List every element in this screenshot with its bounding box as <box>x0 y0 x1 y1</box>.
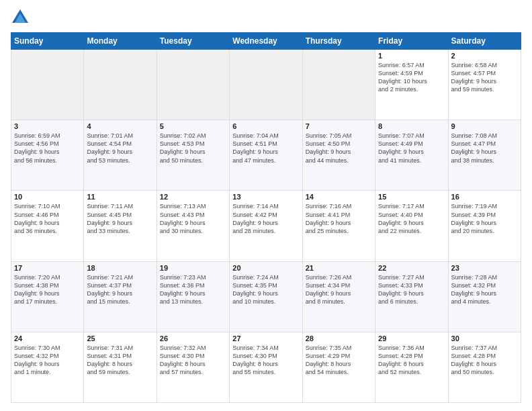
calendar-table: SundayMondayTuesdayWednesdayThursdayFrid… <box>11 32 521 403</box>
day-info: Sunrise: 7:13 AM Sunset: 4:43 PM Dayligh… <box>160 202 226 235</box>
calendar-cell: 20Sunrise: 7:24 AM Sunset: 4:35 PM Dayli… <box>230 261 302 332</box>
calendar-header-row: SundayMondayTuesdayWednesdayThursdayFrid… <box>11 33 521 50</box>
day-number: 22 <box>378 264 445 272</box>
day-info: Sunrise: 6:57 AM Sunset: 4:59 PM Dayligh… <box>378 61 445 94</box>
day-number: 20 <box>232 264 299 272</box>
day-info: Sunrise: 7:24 AM Sunset: 4:35 PM Dayligh… <box>232 273 299 306</box>
day-number: 28 <box>306 334 372 342</box>
calendar-cell: 13Sunrise: 7:14 AM Sunset: 4:42 PM Dayli… <box>230 191 302 261</box>
calendar-cell: 22Sunrise: 7:27 AM Sunset: 4:33 PM Dayli… <box>375 261 448 332</box>
calendar-cell: 29Sunrise: 7:36 AM Sunset: 4:28 PM Dayli… <box>375 332 448 402</box>
day-info: Sunrise: 7:19 AM Sunset: 4:39 PM Dayligh… <box>451 202 518 235</box>
day-number: 5 <box>160 122 226 130</box>
day-number: 9 <box>451 122 518 130</box>
day-info: Sunrise: 7:27 AM Sunset: 4:33 PM Dayligh… <box>378 273 445 306</box>
calendar-cell: 8Sunrise: 7:07 AM Sunset: 4:49 PM Daylig… <box>375 120 448 191</box>
day-info: Sunrise: 6:58 AM Sunset: 4:57 PM Dayligh… <box>451 61 518 94</box>
calendar-cell <box>230 50 302 120</box>
day-info: Sunrise: 7:37 AM Sunset: 4:28 PM Dayligh… <box>451 344 518 377</box>
calendar-week-3: 10Sunrise: 7:10 AM Sunset: 4:46 PM Dayli… <box>11 191 521 261</box>
day-info: Sunrise: 7:04 AM Sunset: 4:51 PM Dayligh… <box>232 132 299 165</box>
day-number: 21 <box>306 264 372 272</box>
page: SundayMondayTuesdayWednesdayThursdayFrid… <box>0 0 532 411</box>
calendar-header-monday: Monday <box>84 33 157 50</box>
calendar-cell: 14Sunrise: 7:16 AM Sunset: 4:41 PM Dayli… <box>302 191 375 261</box>
calendar-cell: 12Sunrise: 7:13 AM Sunset: 4:43 PM Dayli… <box>157 191 229 261</box>
calendar-cell: 10Sunrise: 7:10 AM Sunset: 4:46 PM Dayli… <box>11 191 84 261</box>
calendar-cell: 11Sunrise: 7:11 AM Sunset: 4:45 PM Dayli… <box>84 191 157 261</box>
day-number: 2 <box>451 52 518 60</box>
calendar-cell: 5Sunrise: 7:02 AM Sunset: 4:53 PM Daylig… <box>157 120 229 191</box>
day-number: 19 <box>160 264 226 272</box>
day-number: 18 <box>87 264 153 272</box>
calendar-week-1: 1Sunrise: 6:57 AM Sunset: 4:59 PM Daylig… <box>11 50 521 120</box>
day-number: 16 <box>451 193 518 201</box>
calendar-cell: 6Sunrise: 7:04 AM Sunset: 4:51 PM Daylig… <box>230 120 302 191</box>
calendar-cell: 18Sunrise: 7:21 AM Sunset: 4:37 PM Dayli… <box>84 261 157 332</box>
day-info: Sunrise: 7:28 AM Sunset: 4:32 PM Dayligh… <box>451 273 518 306</box>
day-info: Sunrise: 7:36 AM Sunset: 4:28 PM Dayligh… <box>378 344 445 377</box>
calendar-cell: 28Sunrise: 7:35 AM Sunset: 4:29 PM Dayli… <box>302 332 375 402</box>
day-info: Sunrise: 7:35 AM Sunset: 4:29 PM Dayligh… <box>306 344 372 377</box>
day-info: Sunrise: 7:16 AM Sunset: 4:41 PM Dayligh… <box>306 202 372 235</box>
logo-icon <box>11 8 30 27</box>
day-number: 1 <box>378 52 445 60</box>
day-number: 6 <box>232 122 299 130</box>
day-number: 30 <box>451 334 518 342</box>
calendar-header-wednesday: Wednesday <box>230 33 302 50</box>
day-number: 8 <box>378 122 445 130</box>
day-number: 13 <box>232 193 299 201</box>
logo <box>11 8 32 27</box>
day-info: Sunrise: 7:32 AM Sunset: 4:30 PM Dayligh… <box>160 344 226 377</box>
day-number: 26 <box>160 334 226 342</box>
calendar-cell: 4Sunrise: 7:01 AM Sunset: 4:54 PM Daylig… <box>84 120 157 191</box>
day-number: 29 <box>378 334 445 342</box>
day-info: Sunrise: 7:21 AM Sunset: 4:37 PM Dayligh… <box>87 273 153 306</box>
calendar-header-friday: Friday <box>375 33 448 50</box>
day-number: 12 <box>160 193 226 201</box>
calendar-cell: 21Sunrise: 7:26 AM Sunset: 4:34 PM Dayli… <box>302 261 375 332</box>
day-info: Sunrise: 7:02 AM Sunset: 4:53 PM Dayligh… <box>160 132 226 165</box>
calendar-week-5: 24Sunrise: 7:30 AM Sunset: 4:32 PM Dayli… <box>11 332 521 402</box>
calendar-cell: 16Sunrise: 7:19 AM Sunset: 4:39 PM Dayli… <box>448 191 521 261</box>
day-info: Sunrise: 7:26 AM Sunset: 4:34 PM Dayligh… <box>306 273 372 306</box>
calendar-week-4: 17Sunrise: 7:20 AM Sunset: 4:38 PM Dayli… <box>11 261 521 332</box>
day-number: 25 <box>87 334 153 342</box>
day-info: Sunrise: 7:07 AM Sunset: 4:49 PM Dayligh… <box>378 132 445 165</box>
day-number: 4 <box>87 122 153 130</box>
calendar-week-2: 3Sunrise: 6:59 AM Sunset: 4:56 PM Daylig… <box>11 120 521 191</box>
day-info: Sunrise: 7:20 AM Sunset: 4:38 PM Dayligh… <box>14 273 81 306</box>
day-number: 14 <box>306 193 372 201</box>
day-number: 24 <box>14 334 81 342</box>
calendar-cell: 25Sunrise: 7:31 AM Sunset: 4:31 PM Dayli… <box>84 332 157 402</box>
day-number: 11 <box>87 193 153 201</box>
day-number: 15 <box>378 193 445 201</box>
calendar-header-sunday: Sunday <box>11 33 84 50</box>
day-info: Sunrise: 7:10 AM Sunset: 4:46 PM Dayligh… <box>14 202 81 235</box>
day-info: Sunrise: 7:17 AM Sunset: 4:40 PM Dayligh… <box>378 202 445 235</box>
calendar-cell <box>302 50 375 120</box>
calendar-cell: 26Sunrise: 7:32 AM Sunset: 4:30 PM Dayli… <box>157 332 229 402</box>
day-info: Sunrise: 7:05 AM Sunset: 4:50 PM Dayligh… <box>306 132 372 165</box>
calendar-cell: 2Sunrise: 6:58 AM Sunset: 4:57 PM Daylig… <box>448 50 521 120</box>
day-info: Sunrise: 7:01 AM Sunset: 4:54 PM Dayligh… <box>87 132 153 165</box>
day-number: 7 <box>306 122 372 130</box>
calendar-cell: 19Sunrise: 7:23 AM Sunset: 4:36 PM Dayli… <box>157 261 229 332</box>
calendar-header-saturday: Saturday <box>448 33 521 50</box>
day-info: Sunrise: 7:14 AM Sunset: 4:42 PM Dayligh… <box>232 202 299 235</box>
calendar-cell <box>84 50 157 120</box>
day-info: Sunrise: 7:30 AM Sunset: 4:32 PM Dayligh… <box>14 344 81 377</box>
calendar-header-thursday: Thursday <box>302 33 375 50</box>
day-info: Sunrise: 6:59 AM Sunset: 4:56 PM Dayligh… <box>14 132 81 165</box>
calendar-cell <box>11 50 84 120</box>
calendar-cell: 30Sunrise: 7:37 AM Sunset: 4:28 PM Dayli… <box>448 332 521 402</box>
calendar-cell: 9Sunrise: 7:08 AM Sunset: 4:47 PM Daylig… <box>448 120 521 191</box>
day-number: 10 <box>14 193 81 201</box>
calendar-cell: 27Sunrise: 7:34 AM Sunset: 4:30 PM Dayli… <box>230 332 302 402</box>
day-info: Sunrise: 7:08 AM Sunset: 4:47 PM Dayligh… <box>451 132 518 165</box>
day-number: 17 <box>14 264 81 272</box>
day-info: Sunrise: 7:34 AM Sunset: 4:30 PM Dayligh… <box>232 344 299 377</box>
calendar-cell: 23Sunrise: 7:28 AM Sunset: 4:32 PM Dayli… <box>448 261 521 332</box>
calendar-header-tuesday: Tuesday <box>157 33 229 50</box>
calendar-cell <box>157 50 229 120</box>
